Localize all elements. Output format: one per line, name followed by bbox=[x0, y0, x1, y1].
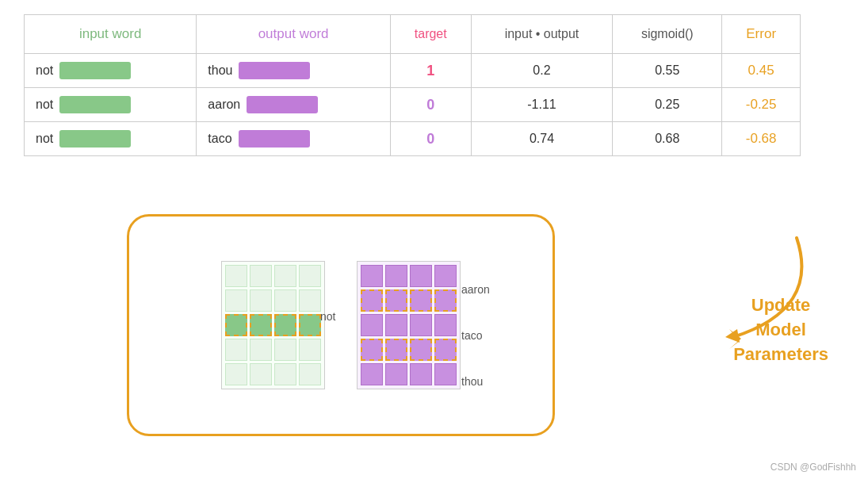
dot-product-cell: 0.74 bbox=[471, 122, 613, 156]
sigmoid-cell: 0.55 bbox=[613, 54, 722, 88]
input-green-bar bbox=[59, 62, 131, 79]
target-cell: 0 bbox=[390, 88, 471, 122]
table-row: not aaron 0-1.110.25-0.25 bbox=[25, 88, 801, 122]
input-green-bar bbox=[59, 130, 131, 148]
not-label: not bbox=[320, 310, 335, 323]
output-purple-bar bbox=[247, 96, 318, 113]
output-word-cell: taco bbox=[197, 122, 391, 156]
col-header-target: target bbox=[390, 15, 471, 54]
input-green-bar bbox=[59, 96, 131, 113]
output-word-cell: aaron bbox=[197, 88, 391, 122]
col-header-output: output word bbox=[197, 15, 391, 54]
output-matrix bbox=[357, 261, 461, 389]
sigmoid-cell: 0.25 bbox=[613, 88, 722, 122]
arrow-section: UpdateModelParameters bbox=[575, 214, 844, 436]
input-word-text: not bbox=[36, 132, 53, 146]
dot-product-cell: 0.2 bbox=[471, 54, 613, 88]
word-label-aaron: aaron bbox=[461, 283, 490, 296]
col-header-dot: input • output bbox=[471, 15, 613, 54]
input-matrix bbox=[221, 261, 325, 389]
col-header-error: Error bbox=[722, 15, 801, 54]
word-label-thou: thou bbox=[461, 375, 483, 388]
output-word-text: thou bbox=[208, 63, 232, 78]
error-cell: -0.68 bbox=[722, 122, 801, 156]
diagram-section: not aaron taco thou bbox=[127, 214, 618, 436]
table-row: not thou 10.20.550.45 bbox=[25, 54, 801, 88]
output-word-cell: thou bbox=[197, 54, 391, 88]
output-word-text: taco bbox=[208, 132, 231, 146]
output-purple-bar bbox=[239, 130, 310, 148]
target-cell: 1 bbox=[390, 54, 471, 88]
input-word-cell: not bbox=[25, 88, 197, 122]
dot-product-cell: -1.11 bbox=[471, 88, 613, 122]
input-word-cell: not bbox=[25, 122, 197, 156]
col-header-input: input word bbox=[25, 15, 197, 54]
input-word-text: not bbox=[36, 98, 53, 112]
output-word-text: aaron bbox=[208, 98, 240, 112]
table-section: input word output word target input • ou… bbox=[24, 14, 844, 156]
output-purple-bar bbox=[239, 62, 310, 79]
diagram-box: not aaron taco thou bbox=[127, 214, 555, 436]
training-table: input word output word target input • ou… bbox=[24, 14, 801, 156]
target-cell: 0 bbox=[390, 122, 471, 156]
col-header-sigmoid: sigmoid() bbox=[613, 15, 722, 54]
input-word-text: not bbox=[36, 63, 53, 78]
error-cell: 0.45 bbox=[722, 54, 801, 88]
update-label: UpdateModelParameters bbox=[733, 293, 828, 366]
error-cell: -0.25 bbox=[722, 88, 801, 122]
input-word-cell: not bbox=[25, 54, 197, 88]
csdn-credit: CSDN @GodFishhh bbox=[770, 462, 856, 473]
sigmoid-cell: 0.68 bbox=[613, 122, 722, 156]
word-label-taco: taco bbox=[461, 329, 482, 342]
table-row: not taco 00.740.68-0.68 bbox=[25, 122, 801, 156]
